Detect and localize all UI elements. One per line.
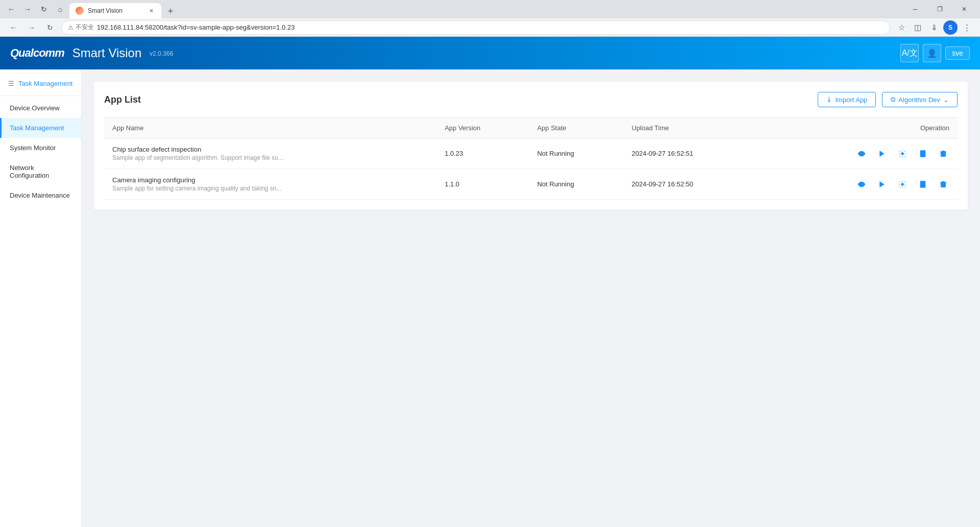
extensions-button[interactable]: ◫: [911, 20, 925, 35]
algo-icon: ⧉: [891, 95, 895, 104]
sidebar-item-device-maintenance[interactable]: Device Maintenance: [0, 185, 81, 205]
app-version: v2.0.366: [150, 50, 173, 57]
address-bar: ← → ↻ ⚠ 不安全 192.168.111.84:58200/task?id…: [0, 18, 980, 37]
cell-app-name: Camera imaging configuring Sample app fo…: [104, 169, 436, 200]
run-icon[interactable]: [876, 178, 888, 190]
table-row: Chip surface defect inspection Sample ap…: [104, 138, 958, 169]
reload-button[interactable]: ↻: [43, 20, 57, 35]
app-name-primary: Camera imaging configuring: [112, 176, 428, 184]
sidebar-item-system-monitor[interactable]: System Monitor: [0, 138, 81, 158]
svg-marker-1: [879, 151, 884, 157]
warning-icon: ⚠: [68, 24, 74, 31]
close-button[interactable]: ✕: [952, 0, 976, 18]
tab-bar: Smart Vision ✕ +: [69, 0, 901, 18]
forward-button[interactable]: →: [20, 2, 35, 16]
forward-nav-button[interactable]: →: [24, 20, 39, 35]
user-label-button[interactable]: sve: [945, 46, 970, 60]
breadcrumb-label: Task Management: [18, 80, 72, 87]
back-button[interactable]: ←: [4, 2, 18, 16]
user-icon-button[interactable]: 👤: [923, 44, 941, 62]
cell-app-name: Chip surface defect inspection Sample ap…: [104, 138, 436, 169]
page-title: App List: [104, 94, 141, 105]
import-app-button[interactable]: ⇓ Import App: [818, 92, 876, 107]
new-tab-button[interactable]: +: [163, 4, 178, 18]
sidebar-item-label: Network Configuration: [10, 164, 49, 179]
security-indicator: ⚠ 不安全: [68, 23, 94, 32]
translate-button[interactable]: A/文: [900, 44, 919, 62]
cell-app-version: 1.0.23: [436, 138, 529, 169]
import-icon: ⇓: [826, 96, 832, 104]
content-area: App List ⇓ Import App ⧉ Algorithm Dev ⌄: [82, 69, 980, 527]
cell-operation: [762, 169, 958, 200]
col-upload-time: Upload Time: [624, 118, 762, 138]
app-title: Smart Vision: [72, 46, 142, 60]
cell-upload-time: 2024-09-27 16:52:50: [624, 169, 762, 200]
export-icon[interactable]: [917, 178, 929, 190]
sidebar-header[interactable]: ☰ Task Management: [0, 74, 81, 93]
user-icon: 👤: [927, 49, 937, 58]
settings-icon[interactable]: [896, 148, 909, 160]
browser-right-controls: ─ ❐ ✕: [903, 0, 976, 18]
download-button[interactable]: ⇓: [927, 20, 941, 35]
view-icon[interactable]: [855, 178, 868, 190]
user-label: sve: [952, 49, 963, 57]
cell-app-version: 1.1.0: [436, 169, 529, 200]
sidebar-item-task-management[interactable]: Task Management: [0, 118, 81, 138]
sidebar-item-label: Device Maintenance: [10, 191, 70, 199]
card-actions: ⇓ Import App ⧉ Algorithm Dev ⌄: [818, 92, 958, 107]
app-name-primary: Chip surface defect inspection: [112, 146, 428, 153]
card-header: App List ⇓ Import App ⧉ Algorithm Dev ⌄: [104, 92, 958, 107]
table-row: Camera imaging configuring Sample app fo…: [104, 169, 958, 200]
app-header: Qualcomm Smart Vision v2.0.366 A/文 👤 sve: [0, 37, 980, 69]
sidebar-item-label: Task Management: [10, 124, 64, 132]
qualcomm-logo: Qualcomm: [10, 46, 64, 60]
col-app-state: App State: [529, 118, 623, 138]
browser-chrome: ← → ↻ ⌂ Smart Vision ✕ + ─ ❐ ✕: [0, 0, 980, 18]
chevron-down-icon: ⌄: [943, 96, 949, 104]
browser-toolbar-right: ☆ ◫ ⇓ S ⋮: [894, 20, 974, 35]
delete-icon[interactable]: [937, 178, 949, 190]
sidebar-item-network-configuration[interactable]: Network Configuration: [0, 158, 81, 185]
svg-marker-8: [879, 181, 884, 187]
main-layout: ☰ Task Management Device Overview Task M…: [0, 69, 980, 527]
col-app-name: App Name: [104, 118, 436, 138]
settings-icon[interactable]: [896, 178, 909, 190]
refresh-button[interactable]: ↻: [37, 2, 51, 16]
app-name-secondary: Sample app for setting camera imaging qu…: [112, 185, 428, 192]
menu-icon: ☰: [8, 80, 14, 87]
minimize-button[interactable]: ─: [903, 0, 927, 18]
app-name-secondary: Sample app of segmentation algorithm. Su…: [112, 154, 428, 161]
export-icon[interactable]: [917, 148, 929, 160]
run-icon[interactable]: [876, 148, 888, 160]
sidebar-item-label: Device Overview: [10, 104, 60, 112]
tab-close-button[interactable]: ✕: [147, 7, 155, 15]
algorithm-dev-button[interactable]: ⧉ Algorithm Dev ⌄: [882, 92, 958, 107]
browser-nav-controls: ← → ↻ ⌂: [4, 2, 67, 16]
cell-app-state: Not Running: [529, 138, 623, 169]
profile-button[interactable]: S: [943, 20, 958, 35]
cell-upload-time: 2024-09-27 16:52:51: [624, 138, 762, 169]
sidebar-item-device-overview[interactable]: Device Overview: [0, 98, 81, 118]
restore-button[interactable]: ❐: [928, 0, 951, 18]
tab-favicon: [76, 7, 84, 15]
translate-icon: A/文: [902, 48, 918, 59]
app-header-right: A/文 👤 sve: [900, 44, 970, 62]
cell-app-state: Not Running: [529, 169, 623, 200]
back-nav-button[interactable]: ←: [6, 20, 20, 35]
sidebar: ☰ Task Management Device Overview Task M…: [0, 69, 82, 527]
url-text: 192.168.111.84:58200/task?id=sv-sample-a…: [97, 23, 295, 31]
view-icon[interactable]: [855, 148, 868, 160]
home-button[interactable]: ⌂: [53, 2, 67, 16]
url-bar[interactable]: ⚠ 不安全 192.168.111.84:58200/task?id=sv-sa…: [61, 20, 890, 35]
menu-button[interactable]: ⋮: [960, 20, 974, 35]
col-operation: Operation: [762, 118, 958, 138]
active-tab[interactable]: Smart Vision ✕: [69, 3, 161, 18]
delete-icon[interactable]: [937, 148, 949, 160]
tab-title: Smart Vision: [88, 7, 143, 14]
table-header-row: App Name App Version App State Upload Ti…: [104, 118, 958, 138]
app-header-left: Qualcomm Smart Vision v2.0.366: [10, 46, 173, 60]
app-list-card: App List ⇓ Import App ⧉ Algorithm Dev ⌄: [94, 82, 968, 210]
svg-point-2: [901, 153, 903, 155]
col-app-version: App Version: [436, 118, 529, 138]
bookmark-button[interactable]: ☆: [894, 20, 909, 35]
